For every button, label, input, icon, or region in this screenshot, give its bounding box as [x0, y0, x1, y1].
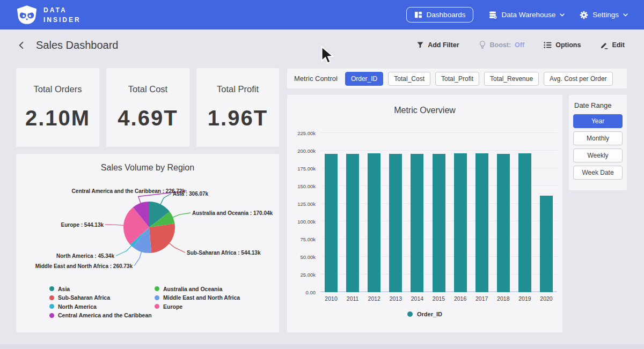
bar-2010	[325, 154, 338, 292]
bar-2013	[389, 154, 402, 292]
sales-volume-pie-card: Sales Volume by Region Asia : 306.07k Au…	[16, 154, 279, 332]
date-range-option-monthly[interactable]: Monthly	[573, 131, 623, 145]
x-axis-label-2016: 2016	[450, 295, 471, 302]
bar-2012	[368, 153, 380, 292]
legend-dot	[49, 304, 54, 309]
metric-option-total-revenue[interactable]: Total_Revenue	[484, 72, 539, 86]
metric-overview-chart-card: Metric Overview 0.0025.00k50.00k75.00k10…	[287, 95, 562, 332]
bar-2015	[433, 154, 445, 292]
x-axis-label-2020: 2020	[536, 295, 557, 302]
legend-label: North America	[58, 303, 97, 310]
y-axis-tick: 25.00k	[300, 272, 316, 278]
chevron-left-icon	[17, 41, 26, 50]
metric-option-order-id[interactable]: Order_ID	[345, 72, 383, 86]
bar-2017	[475, 153, 488, 292]
y-axis-tick: 175.00k	[297, 166, 316, 172]
pie-leader-line	[134, 251, 142, 266]
pie-chart	[16, 178, 279, 285]
add-filter-button[interactable]: Add Filter	[413, 41, 462, 49]
pie-leader-line	[169, 243, 185, 253]
date-range-option-weekly[interactable]: Weekly	[573, 148, 623, 162]
bar-2014	[411, 154, 423, 292]
date-range-option-week-date[interactable]: Week Date	[573, 166, 623, 180]
x-axis-label-2011: 2011	[342, 295, 363, 302]
pie-chart-title: Sales Volume by Region	[16, 163, 279, 173]
chart-title: Metric Overview	[287, 106, 562, 115]
pie-label-central-america-caribbean: Central America and the Caribbean : 226.…	[72, 188, 185, 194]
pie-legend-item: Europe	[155, 303, 240, 309]
legend-label: Asia	[58, 286, 70, 292]
pie-legend-item: Central America and the Caribbean	[49, 313, 155, 318]
brand-logo[interactable]: DATA INSIDER	[16, 5, 81, 25]
pie-legend-item: Middle East and North Africa	[155, 295, 240, 301]
kpi-value: 2.10M	[25, 106, 90, 130]
pie-legend-item: Sub-Saharan Africa	[49, 295, 155, 301]
pie-leader-line	[172, 213, 191, 218]
edit-pencil-icon	[600, 41, 608, 49]
x-axis-label-2014: 2014	[406, 295, 428, 302]
metric-option-total-profit[interactable]: Total_Profit	[435, 72, 479, 86]
pie-legend-item: Australia and Oceania	[155, 286, 240, 292]
database-icon	[488, 11, 497, 19]
nav-dashboards-button[interactable]: Dashboards	[406, 7, 474, 23]
legend-dot	[49, 313, 54, 318]
nav-dashboards-label: Dashboards	[427, 11, 466, 19]
legend-dot	[155, 286, 159, 291]
x-axis-label-2018: 2018	[493, 295, 514, 302]
top-nav: DATA INSIDER Dashboards	[0, 0, 644, 29]
metric-option-total-cost[interactable]: Total_Cost	[388, 72, 430, 86]
y-axis-tick: 225.00k	[297, 130, 316, 136]
x-axis-label-2017: 2017	[471, 295, 493, 302]
y-axis-tick: 0.00	[306, 289, 316, 295]
bar-chart-plot: 0.0025.00k50.00k75.00k100.00k125.00k150.…	[320, 133, 557, 292]
legend-dot	[49, 286, 54, 291]
pie-legend-item: North America	[49, 303, 155, 309]
bar-2020	[540, 196, 553, 292]
options-button[interactable]: Options	[540, 41, 584, 49]
gear-icon	[580, 11, 588, 19]
x-axis-label-2013: 2013	[385, 295, 406, 302]
pie-leader-line	[116, 246, 132, 256]
pie-slice-2	[149, 224, 175, 253]
nav-settings-button[interactable]: Settings	[580, 11, 628, 19]
legend-label: Middle East and North Africa	[163, 294, 240, 301]
kpi-card-total-profit: Total Profit 1.96T	[196, 68, 279, 147]
legend-label: Sub-Saharan Africa	[58, 294, 110, 301]
nav-data-warehouse-button[interactable]: Data Warehouse	[488, 11, 565, 19]
x-axis-label-2019: 2019	[514, 295, 536, 302]
pie-label-middle-east-north-africa: Middle East and North Africa : 260.73k	[35, 263, 133, 269]
x-axis-label-2010: 2010	[320, 295, 342, 302]
x-axis-label-2015: 2015	[428, 295, 449, 302]
kpi-label: Total Cost	[128, 84, 167, 94]
nav-data-warehouse-label: Data Warehouse	[501, 11, 555, 19]
kpi-card-total-orders: Total Orders 2.10M	[16, 68, 99, 147]
boost-toggle[interactable]: Boost: Off	[475, 40, 528, 50]
legend-dot	[407, 311, 413, 317]
edit-button[interactable]: Edit	[597, 41, 628, 50]
y-axis-tick: 200.00k	[297, 148, 316, 154]
legend-dot	[155, 304, 159, 309]
x-axis-labels: 2010201120122013201420152016201720182019…	[320, 295, 557, 302]
nav-settings-label: Settings	[592, 11, 619, 19]
bar-2018	[497, 154, 510, 292]
page-header: Sales Dashboard Add Filter Boost: Off	[0, 29, 644, 61]
metric-option-avg-cost-per-order[interactable]: Avg. Cost per Order	[544, 72, 613, 86]
kpi-value: 4.69T	[118, 106, 178, 130]
date-range-option-year[interactable]: Year	[573, 114, 623, 128]
legend-label: Europe	[163, 303, 182, 310]
kpi-card-total-cost: Total Cost 4.69T	[106, 68, 189, 147]
back-button[interactable]	[16, 40, 27, 51]
kpi-value: 1.96T	[208, 106, 268, 130]
x-axis-label-2012: 2012	[363, 295, 385, 302]
pie-chart-area: Asia : 306.07k Australia and Oceania : 1…	[16, 178, 279, 285]
y-axis-tick: 75.00k	[300, 236, 316, 242]
legend-label: Central America and the Caribbean	[58, 312, 152, 318]
legend-label: Australia and Oceania	[163, 286, 222, 292]
pie-label-sub-saharan-africa: Sub-Saharan Africa : 544.13k	[187, 250, 260, 256]
bar-chart-legend: Order_ID	[287, 311, 562, 317]
dashboard-grid-icon	[414, 11, 422, 19]
y-axis-tick: 125.00k	[297, 201, 316, 207]
page-title: Sales Dashboard	[36, 39, 118, 51]
legend-dot	[155, 295, 159, 300]
legend-label: Order_ID	[417, 311, 442, 317]
